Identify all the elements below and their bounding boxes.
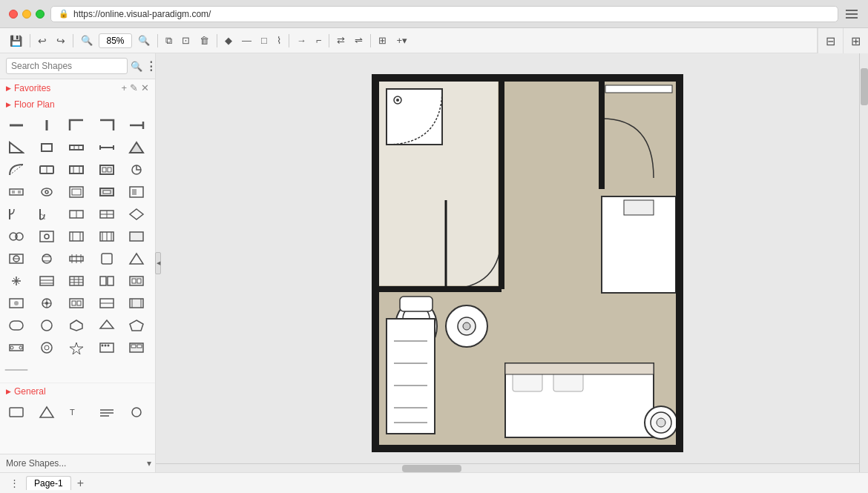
waypoint-button[interactable]: ⌇ bbox=[273, 31, 285, 50]
shape-item[interactable] bbox=[93, 402, 120, 423]
close-button[interactable] bbox=[9, 10, 18, 19]
redo-button[interactable]: ↪ bbox=[53, 31, 69, 50]
add-page-button[interactable]: + bbox=[74, 477, 87, 490]
search-input[interactable] bbox=[6, 58, 128, 74]
shape-item[interactable] bbox=[3, 293, 30, 314]
shape-item[interactable] bbox=[63, 293, 90, 314]
shape-item[interactable] bbox=[123, 337, 150, 358]
shape-item[interactable] bbox=[33, 271, 60, 291]
floor-plan-category-header[interactable]: ▶ Floor Plan bbox=[0, 96, 155, 113]
shape-item[interactable] bbox=[123, 226, 150, 247]
shape-item[interactable] bbox=[33, 248, 60, 269]
paste-button[interactable]: ⊡ bbox=[178, 31, 194, 50]
zoom-out-button[interactable]: 🔍 bbox=[134, 31, 154, 50]
shape-item[interactable] bbox=[33, 204, 60, 225]
shape-item[interactable] bbox=[123, 271, 150, 291]
browser-menu-icon[interactable] bbox=[844, 8, 859, 20]
right-scrollbar[interactable] bbox=[859, 53, 868, 472]
shape-item[interactable] bbox=[93, 248, 120, 269]
shape-item[interactable] bbox=[63, 248, 90, 269]
shape-item[interactable] bbox=[93, 115, 120, 136]
canvas-area[interactable] bbox=[156, 53, 868, 472]
shape-item[interactable] bbox=[123, 137, 150, 158]
shape-item[interactable] bbox=[93, 315, 120, 336]
shape-item[interactable] bbox=[123, 204, 150, 225]
zoom-in-button[interactable]: 🔍 bbox=[77, 31, 96, 50]
bottom-scrollbar[interactable] bbox=[156, 463, 859, 472]
shape-item[interactable] bbox=[3, 159, 30, 180]
shape-item[interactable] bbox=[3, 337, 30, 358]
shape-item[interactable] bbox=[93, 226, 120, 247]
shape-item[interactable] bbox=[33, 293, 60, 314]
shape-item[interactable] bbox=[63, 159, 90, 180]
expand-panel-button[interactable]: ▾ bbox=[143, 454, 155, 472]
favorites-close-button[interactable]: ✕ bbox=[141, 82, 149, 93]
maximize-button[interactable] bbox=[36, 10, 45, 19]
shape-item[interactable] bbox=[3, 315, 30, 336]
elbow-button[interactable]: ⌐ bbox=[312, 31, 326, 50]
search-icon-button[interactable]: 🔍 bbox=[131, 61, 142, 72]
shape-item[interactable] bbox=[93, 271, 120, 291]
page-tab-active[interactable]: Page-1 bbox=[26, 476, 71, 490]
panel-menu-button[interactable]: ⋮ bbox=[145, 59, 157, 73]
shape-item[interactable] bbox=[63, 182, 90, 202]
shape-item[interactable] bbox=[93, 159, 120, 180]
shape-item[interactable] bbox=[63, 226, 90, 247]
shape-item[interactable] bbox=[93, 204, 120, 225]
save-button[interactable]: 💾 bbox=[6, 31, 26, 50]
address-bar[interactable]: 🔒 https://online.visual-paradigm.com/ bbox=[50, 6, 838, 22]
shape-item[interactable] bbox=[33, 159, 60, 180]
shape-item[interactable] bbox=[63, 137, 90, 158]
shape-item[interactable] bbox=[63, 271, 90, 291]
favorites-edit-button[interactable]: ✎ bbox=[130, 82, 138, 93]
shape-item[interactable] bbox=[33, 137, 60, 158]
shape-item[interactable] bbox=[3, 137, 30, 158]
shape-item[interactable] bbox=[123, 402, 150, 423]
shape-item[interactable] bbox=[3, 226, 30, 247]
shape-item[interactable] bbox=[93, 137, 120, 158]
zoom-level-display[interactable]: 85% bbox=[99, 33, 132, 48]
shape-item[interactable] bbox=[63, 115, 90, 136]
favorites-category-header[interactable]: ▶ Favorites + ✎ ✕ bbox=[0, 79, 155, 96]
shape-item[interactable] bbox=[3, 248, 30, 269]
shape-item[interactable] bbox=[123, 159, 150, 180]
shape-item[interactable] bbox=[3, 402, 30, 423]
shape-item[interactable] bbox=[123, 293, 150, 314]
shape-item[interactable]: T bbox=[63, 402, 90, 423]
shape-item[interactable] bbox=[63, 315, 90, 336]
copy-button[interactable]: ⧉ bbox=[162, 31, 176, 50]
shape-item[interactable] bbox=[3, 115, 30, 136]
shape-item[interactable] bbox=[33, 226, 60, 247]
shape-item[interactable] bbox=[33, 337, 60, 358]
shape-item[interactable] bbox=[93, 293, 120, 314]
more-shapes-button[interactable]: More Shapes... bbox=[0, 454, 143, 472]
connection-button[interactable]: → bbox=[293, 31, 310, 50]
panel-view-button[interactable]: ⊞ bbox=[843, 28, 868, 53]
fill-button[interactable]: ◆ bbox=[221, 31, 236, 50]
shape-item[interactable] bbox=[93, 182, 120, 202]
delete-button[interactable]: 🗑 bbox=[196, 31, 213, 50]
shape-item[interactable] bbox=[63, 337, 90, 358]
panel-collapse-handle[interactable]: ◀ bbox=[155, 252, 161, 274]
shape-item[interactable] bbox=[3, 204, 30, 225]
shape-item[interactable] bbox=[123, 248, 150, 269]
bottom-scrollbar-thumb[interactable] bbox=[402, 465, 461, 472]
shape-item[interactable] bbox=[123, 115, 150, 136]
split-view-button[interactable]: ⊟ bbox=[818, 28, 843, 53]
extra2-button[interactable]: ⇌ bbox=[351, 31, 366, 50]
shape-format-button[interactable]: □ bbox=[257, 31, 271, 50]
favorites-add-button[interactable]: + bbox=[121, 82, 127, 93]
extra1-button[interactable]: ⇄ bbox=[333, 31, 349, 50]
shape-item[interactable] bbox=[33, 402, 60, 423]
general-category-header[interactable]: ▶ General bbox=[0, 383, 155, 400]
shape-item[interactable] bbox=[3, 182, 30, 202]
line-button[interactable]: — bbox=[238, 31, 255, 50]
add-button[interactable]: +▾ bbox=[392, 31, 411, 50]
page-menu-button[interactable]: ⋮ bbox=[6, 476, 23, 490]
shape-item[interactable] bbox=[3, 271, 30, 291]
shape-item[interactable] bbox=[93, 337, 120, 358]
right-scrollbar-thumb[interactable] bbox=[861, 68, 868, 105]
minimize-button[interactable] bbox=[22, 10, 31, 19]
shape-item[interactable] bbox=[123, 315, 150, 336]
shape-item[interactable] bbox=[33, 315, 60, 336]
